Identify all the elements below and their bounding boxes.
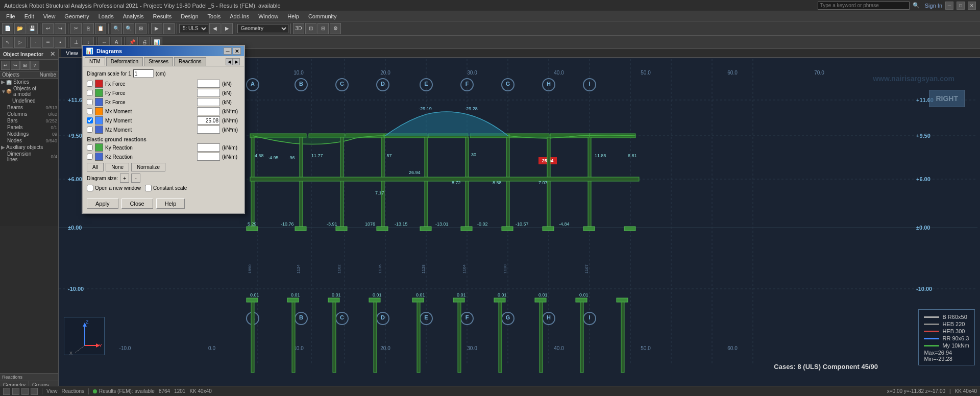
menu-item-help[interactable]: Help bbox=[283, 12, 303, 20]
signin-button[interactable]: Sign In bbox=[925, 3, 942, 9]
bar-button[interactable]: ━ bbox=[42, 37, 54, 48]
tree-item-noddings[interactable]: Noddings 09 bbox=[0, 131, 58, 137]
diagram-size-minus[interactable]: - bbox=[131, 174, 140, 183]
tree-item-objects[interactable]: ▼ 📦 Objects of a model bbox=[0, 85, 58, 97]
tab-prev-button[interactable]: ◀ bbox=[226, 58, 233, 65]
menu-item-edit[interactable]: Edit bbox=[20, 12, 38, 20]
dialog-tab-stresses[interactable]: Stresses bbox=[144, 57, 173, 66]
stop-button[interactable]: ■ bbox=[163, 23, 175, 34]
tree-item-bars[interactable]: Bars 0/252 bbox=[0, 117, 58, 124]
tree-item-auxiliary[interactable]: ▶ Auxiliary objects bbox=[0, 144, 58, 151]
insp-btn-3[interactable]: ⊞ bbox=[20, 61, 30, 70]
node-button[interactable]: · bbox=[30, 37, 41, 48]
cut-button[interactable]: ✂ bbox=[70, 23, 82, 34]
kz-reaction-checkbox[interactable] bbox=[87, 154, 93, 160]
tree-item-beams[interactable]: Beams 0/513 bbox=[0, 104, 58, 111]
zoom-out-button[interactable]: 🔍 bbox=[123, 23, 134, 34]
menu-item-design[interactable]: Design bbox=[177, 12, 202, 20]
fx-force-value[interactable] bbox=[197, 80, 220, 88]
tree-item-dimlines[interactable]: Dimension lines 0/4 bbox=[0, 151, 58, 163]
redo-button[interactable]: ↪ bbox=[55, 23, 66, 34]
my-moment-checkbox[interactable] bbox=[87, 117, 93, 123]
zoom-in-button[interactable]: 🔍 bbox=[111, 23, 122, 34]
support-button[interactable]: ⊥ bbox=[70, 37, 82, 48]
view-3d-button[interactable]: 3D bbox=[293, 23, 304, 34]
minimize-button[interactable]: ─ bbox=[945, 2, 953, 10]
save-button[interactable]: 💾 bbox=[27, 23, 38, 34]
all-button[interactable]: All bbox=[87, 163, 104, 171]
mx-moment-checkbox[interactable] bbox=[87, 108, 93, 114]
tree-item-panels[interactable]: Panels 0/1 bbox=[0, 124, 58, 131]
view-side-button[interactable]: ⊟ bbox=[317, 23, 329, 34]
menu-item-window[interactable]: Window bbox=[254, 12, 282, 20]
tree-item-stories[interactable]: ▶ 🏢 Stories bbox=[0, 79, 58, 85]
open-new-window-checkbox[interactable] bbox=[87, 185, 93, 191]
apply-button[interactable]: Apply bbox=[87, 199, 118, 209]
run-analysis-button[interactable]: ▶ bbox=[151, 23, 162, 34]
view-front-button[interactable]: ⊡ bbox=[305, 23, 316, 34]
pointer-button[interactable]: ▷ bbox=[14, 37, 26, 48]
status-btn-3[interactable] bbox=[21, 388, 29, 395]
my-moment-value[interactable] bbox=[197, 116, 220, 125]
help-button[interactable]: Help bbox=[156, 199, 185, 209]
fx-force-checkbox[interactable] bbox=[87, 81, 93, 87]
open-button[interactable]: 📂 bbox=[14, 23, 26, 34]
tab-next-button[interactable]: ▶ bbox=[233, 58, 240, 65]
load-case-combo[interactable]: 5: ULS bbox=[179, 24, 208, 33]
mz-moment-value[interactable] bbox=[197, 126, 220, 134]
menu-item-loads[interactable]: Loads bbox=[94, 12, 118, 20]
fz-force-checkbox[interactable] bbox=[87, 99, 93, 105]
settings-button[interactable]: ⚙ bbox=[330, 23, 341, 34]
status-btn-1[interactable] bbox=[3, 388, 10, 395]
dialog-close-button[interactable]: ✕ bbox=[233, 47, 241, 55]
status-btn-2[interactable] bbox=[12, 388, 19, 395]
menu-item-file[interactable]: File bbox=[2, 12, 19, 20]
paste-button[interactable]: 📋 bbox=[95, 23, 106, 34]
insp-btn-1[interactable]: ↩ bbox=[1, 61, 10, 70]
dialog-tab-reactions[interactable]: Reactions bbox=[174, 57, 206, 66]
case-prev-button[interactable]: ◀ bbox=[209, 23, 220, 34]
tree-item-undefined[interactable]: Undefined bbox=[0, 97, 58, 104]
menu-item-tools[interactable]: Tools bbox=[204, 12, 225, 20]
constant-scale-checkbox[interactable] bbox=[145, 185, 152, 191]
status-btn-4[interactable] bbox=[31, 388, 38, 395]
case-next-button[interactable]: ▶ bbox=[222, 23, 233, 34]
close-dialog-button[interactable]: Close bbox=[121, 199, 153, 209]
ky-reaction-checkbox[interactable] bbox=[87, 144, 93, 151]
undo-button[interactable]: ↩ bbox=[42, 23, 54, 34]
panel-button[interactable]: ▪ bbox=[55, 37, 66, 48]
fz-force-value[interactable] bbox=[197, 98, 220, 106]
select-button[interactable]: ↖ bbox=[2, 37, 13, 48]
menu-item-community[interactable]: Community bbox=[304, 12, 341, 20]
panel-close-button[interactable]: ✕ bbox=[50, 51, 55, 58]
insp-btn-4[interactable]: ? bbox=[30, 61, 39, 70]
search-input[interactable] bbox=[818, 2, 910, 10]
dialog-tab-deformation[interactable]: Deformation bbox=[106, 57, 143, 66]
close-button[interactable]: ✕ bbox=[968, 2, 976, 10]
ky-reaction-value[interactable] bbox=[197, 143, 220, 152]
mx-moment-value[interactable] bbox=[197, 107, 220, 115]
zoom-extent-button[interactable]: ⊞ bbox=[135, 23, 146, 34]
menu-item-geometry[interactable]: Geometry bbox=[60, 12, 93, 20]
mz-moment-checkbox[interactable] bbox=[87, 127, 93, 133]
tree-item-columns[interactable]: Columns 0/62 bbox=[0, 111, 58, 117]
scale-value-input[interactable] bbox=[133, 69, 154, 78]
view-tab[interactable]: View bbox=[61, 49, 84, 57]
dialog-minimize-button[interactable]: ─ bbox=[224, 47, 232, 55]
menu-item-view[interactable]: View bbox=[39, 12, 60, 20]
menu-item-add-ins[interactable]: Add-Ins bbox=[226, 12, 253, 20]
dialog-tab-ntm[interactable]: NTM bbox=[85, 57, 105, 66]
fy-force-value[interactable] bbox=[197, 89, 220, 97]
maximize-button[interactable]: □ bbox=[957, 2, 965, 10]
menu-item-results[interactable]: Results bbox=[149, 12, 176, 20]
normalize-button[interactable]: Normalize bbox=[131, 163, 165, 171]
menu-item-analysis[interactable]: Analysis bbox=[119, 12, 148, 20]
tree-item-nodes[interactable]: Nodes 0/640 bbox=[0, 137, 58, 144]
fy-force-checkbox[interactable] bbox=[87, 90, 93, 96]
none-button[interactable]: None bbox=[106, 163, 129, 171]
reactions-tab[interactable]: Reactions bbox=[0, 373, 58, 381]
kz-reaction-value[interactable] bbox=[197, 153, 220, 161]
view-combo[interactable]: Geometry bbox=[237, 24, 288, 33]
diagram-size-plus[interactable]: + bbox=[120, 174, 129, 183]
copy-button[interactable]: ⎘ bbox=[83, 23, 94, 34]
